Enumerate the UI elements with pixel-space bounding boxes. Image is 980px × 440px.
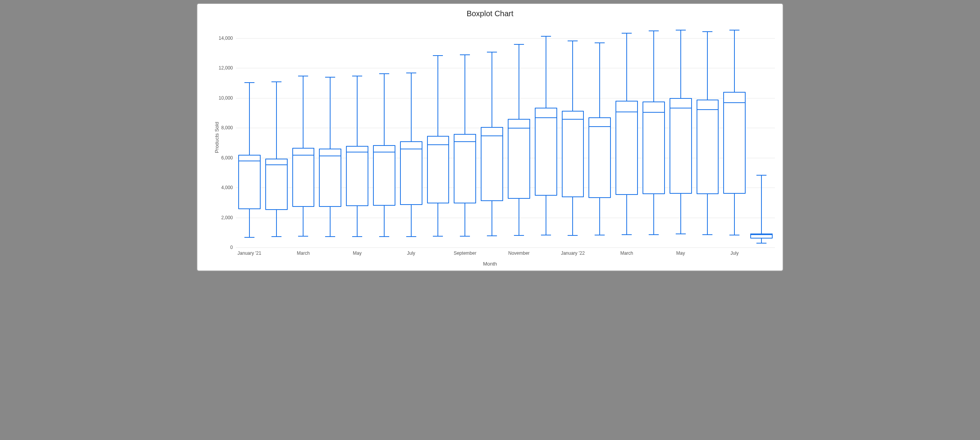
x-tick-label: January '22 <box>561 250 585 256</box>
y-tick-label: 12,000 <box>219 65 233 71</box>
boxplot-group <box>263 23 290 247</box>
box-rect <box>697 100 719 195</box>
x-tick-label: March <box>297 250 310 256</box>
box-rect <box>427 136 449 203</box>
whisker-line <box>761 175 762 243</box>
median-line <box>535 117 557 118</box>
box-rect <box>562 111 584 198</box>
whisker-cap-bottom <box>379 236 389 237</box>
box-rect <box>238 155 261 209</box>
whisker-cap-bottom <box>702 234 712 235</box>
whisker-cap-top <box>379 73 389 74</box>
median-line <box>723 102 746 103</box>
x-axis-label: Month <box>197 261 783 267</box>
y-tick-label: 8,000 <box>221 125 233 130</box>
x-tick-label: September <box>454 250 476 256</box>
grid-line <box>236 247 775 248</box>
box-rect <box>346 146 368 206</box>
whisker-cap-bottom <box>622 234 632 235</box>
whisker-cap-bottom <box>541 235 551 235</box>
whisker-cap-top <box>298 76 308 76</box>
median-line <box>265 164 288 165</box>
whisker-cap-top <box>460 54 470 55</box>
whisker-cap-bottom <box>649 234 659 235</box>
whisker-cap-top <box>756 175 766 176</box>
y-tick-label: 14,000 <box>219 36 233 41</box>
median-line <box>238 161 261 161</box>
median-line <box>373 152 395 152</box>
whisker-cap-bottom <box>729 235 739 235</box>
whisker-cap-bottom <box>568 235 578 236</box>
whisker-cap-bottom <box>756 243 766 244</box>
y-tick-label: 10,000 <box>219 95 233 101</box>
whisker-cap-top <box>487 52 497 52</box>
whisker-cap-bottom <box>487 235 497 236</box>
boxplot-group <box>344 23 371 247</box>
box-rect <box>615 101 638 195</box>
boxplot-group <box>586 23 613 247</box>
box-rect <box>400 141 422 205</box>
box-rect <box>643 102 665 194</box>
boxplot-group <box>451 23 478 247</box>
x-tick-label: March <box>620 250 633 256</box>
x-tick-label: November <box>508 250 529 256</box>
box-rect <box>535 108 557 196</box>
whisker-cap-top <box>568 41 578 41</box>
boxplot-group <box>398 23 425 247</box>
y-axis-label: Products Sold <box>214 122 220 153</box>
box-rect <box>508 119 530 199</box>
box-rect <box>265 159 288 210</box>
box-rect <box>481 127 503 201</box>
whisker-cap-top <box>595 42 605 43</box>
median-line <box>588 126 611 127</box>
boxplot-group <box>236 23 263 247</box>
whisker-cap-top <box>729 30 739 30</box>
chart-title: Boxplot Chart <box>197 9 783 18</box>
whisker-cap-bottom <box>271 236 281 237</box>
median-line <box>670 108 692 108</box>
boxplot-group <box>290 23 317 247</box>
x-tick-label: January '21 <box>237 250 261 256</box>
whisker-cap-top <box>514 44 524 45</box>
whisker-cap-bottom <box>325 236 335 237</box>
boxplot-group <box>748 23 775 247</box>
whisker-cap-top <box>702 31 712 32</box>
median-line <box>508 128 530 129</box>
x-tick-label: July <box>731 250 739 256</box>
boxplot-group <box>721 23 748 247</box>
median-line <box>319 156 341 156</box>
median-line <box>562 119 584 120</box>
median-line <box>643 112 665 113</box>
whisker-cap-top <box>406 73 416 73</box>
box-rect <box>454 134 476 203</box>
x-tick-label: May <box>676 250 685 256</box>
box-rect <box>588 117 611 198</box>
median-line <box>454 141 476 142</box>
y-tick-label: 4,000 <box>221 185 233 190</box>
y-tick-label: 2,000 <box>221 215 233 220</box>
box-rect <box>319 149 341 207</box>
whisker-cap-bottom <box>298 236 308 237</box>
boxplot-group <box>371 23 398 247</box>
boxplot-group <box>317 23 344 247</box>
median-line <box>697 109 719 110</box>
boxplot-group <box>425 23 452 247</box>
whisker-cap-top <box>541 36 551 37</box>
median-line <box>750 234 773 235</box>
median-line <box>427 144 449 145</box>
whisker-cap-bottom <box>433 236 443 237</box>
whisker-cap-bottom <box>352 236 362 237</box>
x-tick-label: July <box>407 250 415 256</box>
boxplot-group <box>640 23 667 247</box>
median-line <box>346 152 368 152</box>
y-tick-label: 0 <box>230 245 233 250</box>
boxplot-group <box>667 23 694 247</box>
box-rect <box>670 98 692 194</box>
whisker-cap-bottom <box>460 236 470 237</box>
whisker-cap-top <box>622 33 632 34</box>
chart-frame: Boxplot Chart Products Sold Month 02,000… <box>197 3 783 271</box>
whisker-cap-top <box>352 76 362 76</box>
box-rect <box>292 148 315 207</box>
median-line <box>615 112 638 112</box>
whisker-cap-top <box>325 77 335 78</box>
